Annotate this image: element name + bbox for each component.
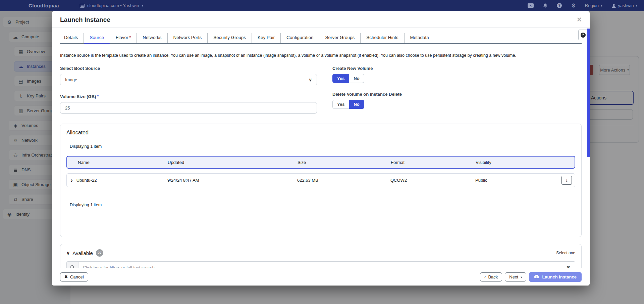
allocated-panel: Allocated Displaying 1 item Name Updated… bbox=[60, 124, 582, 237]
create-volume-no-button[interactable]: No bbox=[349, 74, 364, 83]
arrow-down-icon: ↓ bbox=[566, 178, 568, 183]
tab-metadata[interactable]: Metadata bbox=[405, 33, 435, 43]
terminal-icon[interactable]: >_ bbox=[528, 3, 534, 8]
tab-networks[interactable]: Networks bbox=[137, 33, 167, 43]
wizard-tab-bar: Details Source Flavor* Networks Network … bbox=[60, 28, 582, 44]
list-icon bbox=[80, 4, 85, 8]
create-volume-toggle: Yes No bbox=[332, 74, 364, 83]
boot-source-select[interactable]: Image ∨ bbox=[60, 74, 317, 85]
tab-key-pair[interactable]: Key Pair bbox=[252, 33, 281, 43]
region-dropdown[interactable]: Region ▾ bbox=[585, 3, 602, 8]
allocated-count-footer: Displaying 1 item bbox=[70, 203, 575, 207]
allocated-title: Allocated bbox=[66, 130, 575, 136]
tab-security-groups[interactable]: Security Groups bbox=[208, 33, 252, 43]
chevron-down-icon: ▾ bbox=[601, 4, 602, 7]
available-panel: ∨ Available 27 Select one ✖ bbox=[60, 244, 582, 268]
bell-icon[interactable] bbox=[543, 3, 548, 8]
required-asterisk: * bbox=[97, 94, 99, 99]
delete-volume-toggle: Yes No bbox=[332, 100, 364, 109]
tab-network-ports[interactable]: Network Ports bbox=[168, 33, 208, 43]
delete-volume-label: Delete Volume on Instance Delete bbox=[332, 92, 582, 97]
help-icon[interactable]: ? bbox=[557, 3, 562, 8]
required-asterisk: * bbox=[129, 35, 131, 40]
brand-logo: Cloudtopiaa bbox=[29, 3, 59, 8]
volume-size-label: Volume Size (GB)* bbox=[60, 94, 317, 99]
image-updated: 9/24/24 8:47 AM bbox=[167, 178, 297, 183]
tab-source[interactable]: Source bbox=[84, 33, 110, 43]
cancel-button[interactable]: ✖ Cancel bbox=[60, 272, 88, 281]
chevron-down-icon: ▾ bbox=[142, 4, 143, 7]
source-description: Instance source is the template used to … bbox=[60, 53, 582, 58]
back-button[interactable]: ‹ Back bbox=[480, 272, 502, 281]
allocated-count: Displaying 1 item bbox=[70, 144, 575, 149]
launch-instance-modal: Launch Instance × Details Source Flavor*… bbox=[52, 11, 590, 286]
modal-footer: ✖ Cancel ‹ Back Next › Launch Instance bbox=[52, 268, 590, 286]
create-volume-label: Create New Volume bbox=[332, 66, 582, 71]
create-volume-yes-button[interactable]: Yes bbox=[332, 74, 349, 83]
chevron-down-icon: ∨ bbox=[309, 77, 312, 82]
x-icon: ✖ bbox=[64, 274, 68, 279]
tab-server-groups[interactable]: Server Groups bbox=[319, 33, 361, 43]
deallocate-button[interactable]: ↓ bbox=[561, 176, 572, 185]
modal-title: Launch Instance bbox=[60, 16, 110, 24]
tab-scheduler-hints[interactable]: Scheduler Hints bbox=[361, 33, 404, 43]
chevron-left-icon: ‹ bbox=[484, 274, 486, 279]
image-name: Ubuntu-22 bbox=[76, 178, 97, 183]
table-row[interactable]: › Ubuntu-22 9/24/24 8:47 AM 622.63 MB QC… bbox=[66, 173, 575, 187]
breadcrumb[interactable]: cloudtopiaa.com • Yashwin ▾ bbox=[80, 3, 143, 8]
chevron-right-icon: › bbox=[521, 274, 522, 279]
available-count-badge: 27 bbox=[96, 249, 103, 257]
image-size: 622.63 MB bbox=[297, 178, 390, 183]
modal-header: Launch Instance × bbox=[52, 11, 590, 28]
breadcrumb-label: cloudtopiaa.com • Yashwin bbox=[87, 3, 139, 8]
column-header-updated: Updated bbox=[168, 160, 298, 165]
image-visibility: Public bbox=[475, 178, 559, 183]
search-icon bbox=[67, 262, 79, 268]
user-menu[interactable]: yashwin ▾ bbox=[611, 3, 638, 8]
modal-body: Instance source is the template used to … bbox=[52, 44, 590, 268]
allocated-table-header: Name Updated Size Format Visibility bbox=[66, 156, 575, 169]
clear-search-icon[interactable]: ✖ bbox=[567, 265, 570, 268]
cloud-upload-icon bbox=[534, 274, 539, 279]
user-icon bbox=[611, 3, 616, 8]
top-navbar: Cloudtopiaa cloudtopiaa.com • Yashwin ▾ … bbox=[0, 0, 644, 11]
tab-details[interactable]: Details bbox=[60, 33, 84, 43]
available-search-bar: ✖ bbox=[66, 261, 575, 268]
delete-volume-no-button[interactable]: No bbox=[349, 100, 364, 109]
available-title: Available bbox=[72, 250, 93, 256]
chevron-down-icon[interactable]: ∨ bbox=[66, 250, 70, 256]
boot-source-label: Select Boot Source bbox=[60, 66, 317, 71]
help-button[interactable]: ? bbox=[578, 30, 588, 40]
next-button[interactable]: Next › bbox=[505, 272, 526, 281]
gear-icon[interactable]: ⚙ bbox=[571, 3, 576, 8]
help-icon: ? bbox=[581, 33, 586, 38]
modal-scrollbar[interactable] bbox=[587, 29, 590, 157]
column-header-format: Format bbox=[391, 160, 476, 165]
volume-size-input[interactable] bbox=[60, 102, 317, 114]
delete-volume-yes-button[interactable]: Yes bbox=[332, 100, 349, 109]
image-format: QCOW2 bbox=[390, 178, 475, 183]
launch-instance-button[interactable]: Launch Instance bbox=[529, 272, 582, 282]
column-header-size: Size bbox=[298, 160, 391, 165]
chevron-down-icon: ▾ bbox=[636, 4, 637, 7]
select-one-hint: Select one bbox=[556, 251, 575, 255]
tab-configuration[interactable]: Configuration bbox=[281, 33, 319, 43]
column-header-name: Name bbox=[67, 160, 168, 165]
column-header-visibility: Visibility bbox=[476, 160, 558, 165]
search-input[interactable] bbox=[79, 262, 567, 268]
close-icon[interactable]: × bbox=[577, 16, 582, 23]
expand-row-icon[interactable]: › bbox=[71, 177, 73, 183]
tab-flavor[interactable]: Flavor* bbox=[110, 33, 137, 43]
